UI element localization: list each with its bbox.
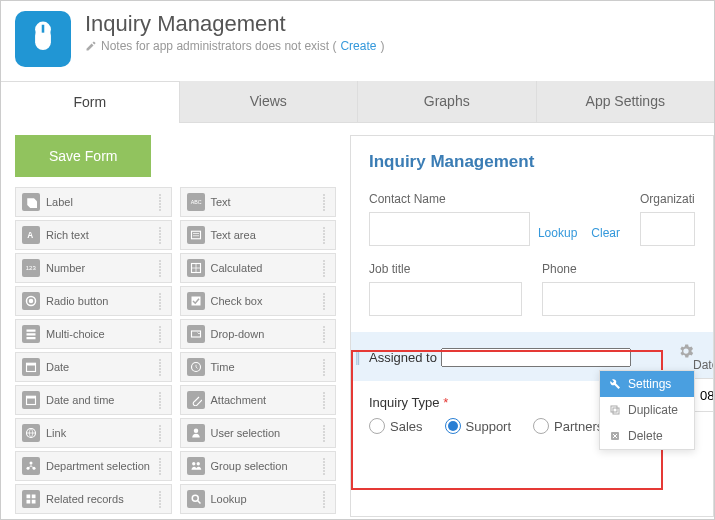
department-selection-icon (22, 457, 40, 475)
tab-app-settings[interactable]: App Settings (536, 81, 715, 122)
lookup-link[interactable]: Lookup (538, 226, 577, 240)
svg-point-25 (193, 429, 198, 434)
palette-date[interactable]: Date (15, 352, 172, 382)
text-area-icon (187, 226, 205, 244)
phone-input[interactable] (542, 282, 695, 316)
assigned-to-block[interactable]: || Assigned to Settings Duplicate (351, 332, 713, 381)
palette-department-selection[interactable]: Department selection (15, 451, 172, 481)
lookup-icon (187, 490, 205, 508)
field-context-menu: Settings Duplicate Delete (599, 370, 695, 450)
form-preview: Inquiry Management Contact Name Lookup C… (350, 135, 714, 517)
palette-number[interactable]: 123Number (15, 253, 172, 283)
menu-delete[interactable]: Delete (600, 423, 694, 449)
palette-rich-text[interactable]: ARich text (15, 220, 172, 250)
tab-form[interactable]: Form (1, 81, 179, 123)
contact-name-input[interactable] (369, 212, 530, 246)
jobtitle-label: Job title (369, 262, 522, 276)
time-icon (187, 358, 205, 376)
inquiry-type-label: Inquiry Type * (369, 395, 448, 410)
svg-rect-23 (27, 396, 36, 398)
user-selection-icon (187, 424, 205, 442)
organization-label: Organization (640, 192, 695, 206)
group-selection-icon (187, 457, 205, 475)
jobtitle-input[interactable] (369, 282, 522, 316)
palette-attachment[interactable]: Attachment (180, 385, 337, 415)
phone-label: Phone (542, 262, 695, 276)
svg-point-30 (196, 462, 199, 465)
svg-point-13 (29, 299, 34, 304)
palette-group-selection[interactable]: Group selection (180, 451, 337, 481)
delete-icon (608, 429, 622, 443)
link-icon (22, 424, 40, 442)
palette-user-selection[interactable]: User selection (180, 418, 337, 448)
tab-graphs[interactable]: Graphs (357, 81, 536, 122)
svg-rect-32 (32, 495, 36, 499)
rich-text-icon: A (22, 226, 40, 244)
radio-button-icon (22, 292, 40, 310)
svg-rect-2 (42, 25, 45, 33)
palette-date-and-time[interactable]: Date and time (15, 385, 172, 415)
save-form-button[interactable]: Save Form (15, 135, 151, 177)
assigned-to-input[interactable] (441, 348, 631, 367)
svg-rect-16 (27, 333, 36, 335)
create-notes-link[interactable]: Create (340, 39, 376, 53)
svg-rect-15 (27, 330, 36, 332)
palette-lookup[interactable]: Lookup (180, 484, 337, 514)
duplicate-icon (608, 403, 622, 417)
palette-text-area[interactable]: Text area (180, 220, 337, 250)
palette-radio-button[interactable]: Radio button (15, 286, 172, 316)
page-title: Inquiry Management (85, 11, 384, 37)
palette-time[interactable]: Time (180, 352, 337, 382)
pencil-icon (85, 40, 97, 52)
menu-settings[interactable]: Settings (600, 371, 694, 397)
wrench-icon (608, 377, 622, 391)
radio-sales[interactable]: Sales (369, 418, 423, 434)
date-and-time-icon (22, 391, 40, 409)
svg-text:ABC: ABC (190, 199, 201, 205)
svg-text:A: A (27, 231, 33, 240)
palette-calculated[interactable]: Calculated (180, 253, 337, 283)
clear-link[interactable]: Clear (591, 226, 620, 240)
contact-name-label: Contact Name (369, 192, 620, 206)
svg-rect-5 (191, 231, 200, 239)
text-icon: ABC (187, 193, 205, 211)
svg-text:123: 123 (26, 265, 37, 271)
palette-label[interactable]: Label (15, 187, 172, 217)
svg-rect-33 (27, 500, 31, 504)
admin-notes-subtitle: Notes for app administrators does not ex… (85, 39, 384, 53)
palette-related-records[interactable]: Related records (15, 484, 172, 514)
svg-rect-38 (611, 406, 617, 412)
svg-rect-14 (191, 297, 200, 306)
palette-text[interactable]: ABCText (180, 187, 337, 217)
date-label: Date (693, 358, 714, 372)
attachment-icon (187, 391, 205, 409)
tab-views[interactable]: Views (179, 81, 358, 122)
svg-rect-31 (27, 495, 31, 499)
calculated-icon (187, 259, 205, 277)
date-icon (22, 358, 40, 376)
organization-input[interactable] (640, 212, 695, 246)
svg-point-26 (30, 462, 33, 465)
date-input[interactable] (693, 378, 714, 412)
palette-multi-choice[interactable]: Multi-choice (15, 319, 172, 349)
app-icon (15, 11, 71, 67)
palette-drop-down[interactable]: Drop-down (180, 319, 337, 349)
svg-line-36 (197, 501, 200, 504)
tab-bar: Form Views Graphs App Settings (1, 81, 714, 123)
number-icon: 123 (22, 259, 40, 277)
form-title: Inquiry Management (369, 152, 695, 172)
svg-rect-37 (613, 408, 619, 414)
multi-choice-icon (22, 325, 40, 343)
drag-handle-icon[interactable]: || (355, 349, 358, 365)
menu-duplicate[interactable]: Duplicate (600, 397, 694, 423)
label-icon (22, 193, 40, 211)
radio-support[interactable]: Support (445, 418, 512, 434)
palette-check-box[interactable]: Check box (180, 286, 337, 316)
check-box-icon (187, 292, 205, 310)
drop-down-icon (187, 325, 205, 343)
svg-rect-17 (27, 337, 36, 339)
assigned-to-label: Assigned to (369, 350, 437, 365)
svg-point-29 (192, 462, 195, 465)
palette-link[interactable]: Link (15, 418, 172, 448)
svg-rect-20 (27, 363, 36, 365)
